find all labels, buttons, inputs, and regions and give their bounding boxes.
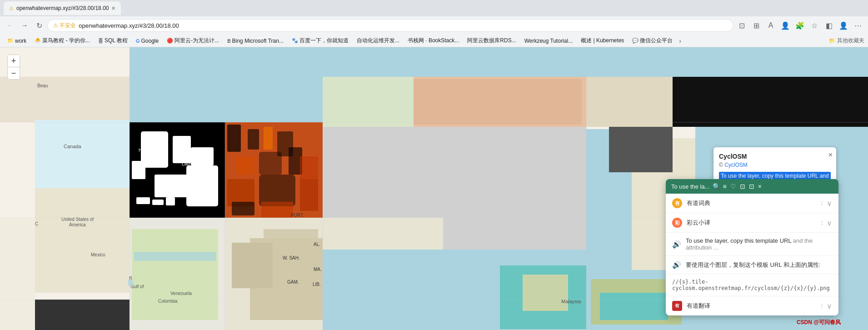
trans-header-title: To use the la... — [671, 183, 710, 190]
wechat-icon: 💬 — [632, 38, 639, 44]
google-icon: G — [136, 38, 140, 44]
nav-actions: ⊡ ⊞ A 👤 🧩 ☆ ◧ 👤 ⋯ — [735, 19, 864, 32]
speaker2-icon: 🔊 — [672, 260, 681, 269]
grid-icon[interactable]: ⊞ — [750, 19, 763, 32]
bookmark-label: Bing Microsoft Tran... — [232, 38, 284, 44]
svg-rect-10 — [186, 165, 218, 206]
map-label-labrador: Labrador Sea — [182, 161, 210, 166]
map-label-canada: Canada — [64, 144, 81, 149]
security-warning-icon: ⚠ 不安全 — [53, 22, 76, 30]
trans-close-button[interactable]: × — [758, 183, 762, 190]
font-icon[interactable]: A — [764, 19, 777, 32]
map-label-wsah: W. SAH. — [283, 255, 300, 260]
haofan-expand-button[interactable]: ∨ — [827, 302, 832, 310]
translation-popup: To use the la... 🔍 ≡ ♡ ⊡ ⊡ × 有 有道词典 ： ∨ … — [666, 179, 838, 315]
bookmark-bookstack[interactable]: 书栈网 · BookStack... — [404, 36, 463, 45]
bookmark-aliyun[interactable]: 🔴 阿里云-为无法计... — [163, 36, 223, 45]
bookmark-werkzeug[interactable]: Werkzeug Tutorial... — [521, 37, 577, 45]
svg-rect-55 — [523, 275, 568, 311]
bookmark-google[interactable]: G Google — [132, 37, 162, 45]
forward-button[interactable]: → — [18, 19, 31, 32]
sql-icon: 🗄 — [98, 38, 103, 44]
trans-item-haodao: 有 有道词典 ： ∨ — [666, 194, 838, 213]
speaker1-icon: 🔊 — [672, 240, 681, 249]
map-label-hudson-bay: Hudson Bay — [139, 148, 163, 153]
translation-popup-body: 有 有道词典 ： ∨ 彩 彩云小译 ： ∨ 🔊 To use the layer… — [666, 194, 838, 315]
extensions-icon[interactable]: 🧩 — [793, 19, 806, 32]
bookmark-other-folders[interactable]: 📁 其他收藏夹 — [829, 37, 864, 45]
svg-rect-14 — [166, 197, 175, 205]
profile-icon[interactable]: 👤 — [779, 19, 792, 32]
svg-rect-44 — [609, 127, 673, 172]
haodao-expand-button[interactable]: ∨ — [827, 199, 832, 208]
address-bar[interactable]: ⚠ 不安全 openwhatevermap.xyz/#3/28.00/18.00 — [47, 19, 733, 32]
bookmark-label: 菜鸟教程 - 学的你... — [42, 37, 90, 45]
folder-icon: 📁 — [7, 38, 14, 44]
trans-header-actions: ≡ ♡ ⊡ ⊡ × — [723, 183, 762, 190]
trans-menu-button[interactable]: ≡ — [723, 183, 727, 190]
account-icon[interactable]: 👤 — [837, 19, 850, 32]
zoom-in-button[interactable]: + — [8, 55, 20, 67]
svg-rect-37 — [673, 77, 868, 127]
bookmark-label: SQL 教程 — [105, 37, 128, 45]
caiyun-name: 彩云小译 — [687, 219, 819, 227]
menu-button[interactable]: ⋯ — [852, 19, 864, 32]
collections-icon[interactable]: ◧ — [823, 19, 835, 32]
bookmark-label: work — [15, 38, 26, 44]
map-label-al: AL. — [314, 242, 320, 247]
trans-item-url: //{s}.tile-cyclosm.openstreetmap.fr/cycl… — [666, 274, 838, 296]
bookmark-bing[interactable]: B Bing Microsoft Tran... — [224, 37, 287, 45]
trans-favorite-button[interactable]: ♡ — [730, 183, 736, 190]
svg-rect-51 — [132, 229, 218, 320]
monitor-icon[interactable]: ⊡ — [735, 19, 748, 32]
bookmark-baidu[interactable]: 🐾 百度一下，你就知道 — [288, 36, 352, 45]
tab-bar: ⚠ openwhatevermap.xyz/#3/28.00/18.00 × — [0, 0, 868, 16]
bookmark-work[interactable]: 📁 work — [4, 37, 30, 45]
bookmarks-bar: 📁 work 🐣 菜鸟教程 - 学的你... 🗄 SQL 教程 G Google… — [0, 35, 868, 47]
caiyun-icon: 彩 — [672, 218, 682, 228]
bookmarks-more-chevron[interactable]: › — [677, 37, 683, 45]
trans-view-button[interactable]: ⊡ — [740, 183, 745, 190]
haodao-separator: ： — [819, 199, 825, 207]
bookmark-label: 微信公众平台 — [640, 37, 673, 45]
bookmark-label: 概述 | Kubernetes — [581, 37, 624, 45]
trans-copy-button[interactable]: ⊡ — [749, 183, 754, 190]
haofan-name: 有道翻译 — [687, 302, 819, 310]
bing-icon: B — [227, 38, 230, 44]
map-container[interactable]: Canada Hudson Bay Labrador Sea United St… — [0, 47, 868, 330]
cyclosm-copyright-link[interactable]: CyclOSM — [724, 162, 748, 168]
tab-close-button[interactable]: × — [111, 5, 115, 12]
svg-rect-23 — [300, 156, 318, 179]
bookmark-devops[interactable]: 自动化运维开发... — [353, 36, 403, 45]
bookmark-wechat[interactable]: 💬 微信公众平台 — [629, 36, 676, 45]
bookmark-label: 阿里云-为无法计... — [175, 37, 219, 45]
refresh-button[interactable]: ↻ — [33, 19, 45, 32]
back-button[interactable]: ← — [4, 19, 16, 32]
bookmark-label: Google — [141, 38, 159, 44]
svg-rect-25 — [259, 175, 295, 206]
bookmark-label: 书栈网 · BookStack... — [408, 37, 459, 45]
favorites-icon[interactable]: ☆ — [808, 19, 821, 32]
svg-rect-7 — [173, 136, 191, 163]
trans-item-caiyun: 彩 彩云小译 ： ∨ — [666, 213, 838, 233]
map-label-venezuela: Venezuela — [170, 291, 192, 296]
url-text: openwhatevermap.xyz/#3/28.00/18.00 — [79, 22, 728, 29]
cyclosm-popup-title: CyclOSM — [719, 153, 831, 160]
tile-url: //{s}.tile-cyclosm.openstreetmap.fr/cycl… — [672, 279, 832, 291]
bookmark-aliyun-rds[interactable]: 阿里云数据库RDS... — [464, 36, 519, 45]
haofan-icon: 有 — [672, 301, 682, 311]
map-label-mexico: Mexico — [91, 252, 105, 257]
caiyun-expand-button[interactable]: ∨ — [827, 219, 832, 227]
trans-item-en-text: 🔊 To use the layer, copy this template U… — [666, 233, 838, 256]
cainiiao-icon: 🐣 — [35, 38, 41, 44]
svg-rect-12 — [136, 197, 150, 204]
svg-rect-13 — [152, 200, 164, 205]
bookmark-sql[interactable]: 🗄 SQL 教程 — [95, 36, 131, 45]
cyclosm-popup-close-button[interactable]: × — [828, 151, 833, 159]
browser-chrome: ⚠ openwhatevermap.xyz/#3/28.00/18.00 × ←… — [0, 0, 868, 47]
bookmark-kubernetes[interactable]: 概述 | Kubernetes — [577, 36, 628, 45]
bookmark-cainiaojiaochen[interactable]: 🐣 菜鸟教程 - 学的你... — [31, 36, 94, 45]
active-tab[interactable]: ⚠ openwhatevermap.xyz/#3/28.00/18.00 × — [4, 1, 121, 15]
search-icon: 🔍 — [713, 183, 720, 190]
zoom-out-button[interactable]: − — [8, 67, 20, 79]
